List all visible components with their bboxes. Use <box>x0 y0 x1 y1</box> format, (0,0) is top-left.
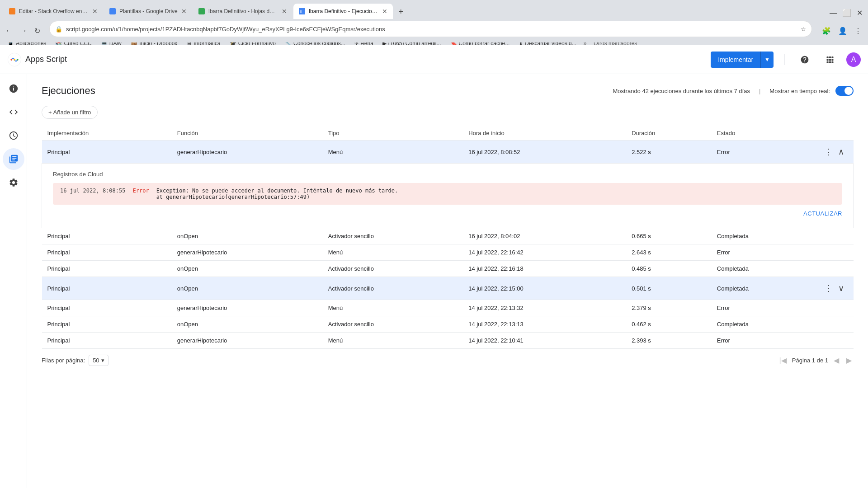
row-more-button-1[interactable]: ⋮ <box>823 145 835 159</box>
main-layout: Ejecuciones Mostrando 42 ejecuciones dur… <box>0 74 868 488</box>
more-button[interactable]: ⋮ <box>852 25 864 37</box>
cell-impl-2: Principal <box>42 228 172 244</box>
cell-impl-5: Principal <box>42 277 172 300</box>
star-icon[interactable]: ☆ <box>801 26 806 33</box>
sidebar-item-info[interactable] <box>3 78 24 99</box>
cell-status-4: Completada <box>712 261 817 277</box>
tab-title-2: Plantillas - Google Drive <box>119 8 178 14</box>
table-row[interactable]: Principal onOpen Activador sencillo 14 j… <box>42 261 854 277</box>
cell-time-5: 14 jul 2022, 22:15:00 <box>463 277 626 300</box>
address-bar[interactable]: 🔒 script.google.com/u/1/home/projects/1P… <box>49 21 812 37</box>
realtime-toggle[interactable] <box>835 86 854 96</box>
profile-button[interactable]: 👤 <box>835 25 850 37</box>
tab-favicon-3 <box>198 8 205 14</box>
cell-func-5: onOpen <box>172 277 323 300</box>
cell-func-8: generarHipotecario <box>172 333 323 349</box>
cell-time-1: 16 jul 2022, 8:08:52 <box>463 141 626 164</box>
close-button[interactable]: ✕ <box>855 7 864 19</box>
cell-type-6: Menú <box>323 300 463 316</box>
cell-actions-7 <box>817 316 854 333</box>
forward-button[interactable]: → <box>18 25 29 37</box>
col-actions-header <box>817 126 854 141</box>
rows-select-arrow: ▾ <box>101 357 104 364</box>
tab-close-2[interactable]: ✕ <box>181 8 187 15</box>
tab-1[interactable]: Editar - Stack Overflow en espa... ✕ <box>4 4 103 19</box>
tab-4[interactable]: S Ibarra Definitivo - Ejecuciones de... … <box>293 4 393 19</box>
sidebar-item-triggers[interactable] <box>3 125 24 146</box>
col-type: Tipo <box>323 126 463 141</box>
cell-actions-6 <box>817 300 854 316</box>
cell-status-3: Error <box>712 244 817 261</box>
row-collapse-button-1[interactable]: ∧ <box>836 145 846 159</box>
svg-text:S: S <box>299 9 302 14</box>
first-page-button[interactable]: |◀ <box>778 354 788 366</box>
rows-per-page-select[interactable]: 50 ▾ <box>89 355 108 366</box>
sidebar-item-settings[interactable] <box>3 172 24 193</box>
cell-time-2: 16 jul 2022, 8:04:02 <box>463 228 626 244</box>
rows-per-page: Filas por página: 50 ▾ <box>42 355 108 366</box>
prev-page-button[interactable]: ◀ <box>832 354 841 366</box>
cell-duration-7: 0.462 s <box>626 316 712 333</box>
cell-impl-3: Principal <box>42 244 172 261</box>
table-row[interactable]: Principal generarHipotecario Menú 14 jul… <box>42 300 854 316</box>
filter-bar: + Añade un filtro <box>42 106 854 119</box>
tab-close-3[interactable]: ✕ <box>282 8 287 15</box>
next-page-button[interactable]: ▶ <box>844 354 854 366</box>
table-row[interactable]: Principal generarHipotecario Menú 14 jul… <box>42 333 854 349</box>
add-filter-button[interactable]: + Añade un filtro <box>42 106 98 119</box>
extensions-button[interactable]: 🧩 <box>819 25 834 37</box>
table-header-row: Implementación Función Tipo Hora de inic… <box>42 126 854 141</box>
table-row[interactable]: Principal onOpen Activador sencillo 14 j… <box>42 316 854 333</box>
header-divider: | <box>759 88 760 94</box>
deploy-arrow-button[interactable]: ▼ <box>760 52 774 68</box>
tab-close-4[interactable]: ✕ <box>382 8 387 15</box>
tab-favicon-4: S <box>299 8 305 14</box>
col-time: Hora de inicio <box>463 126 626 141</box>
table-row[interactable]: Principal onOpen Activador sencillo 14 j… <box>42 277 854 300</box>
table-row[interactable]: Principal onOpen Activador sencillo 16 j… <box>42 228 854 244</box>
google-apps-button[interactable] <box>821 51 839 69</box>
cell-impl-8: Principal <box>42 333 172 349</box>
svg-point-4 <box>10 59 12 61</box>
cloud-logs-title: Registros de Cloud <box>53 171 842 178</box>
cell-status-5: Completada <box>712 277 817 300</box>
reload-button[interactable]: ↻ <box>33 25 42 37</box>
cell-type-4: Activador sencillo <box>323 261 463 277</box>
rows-per-page-value: 50 <box>93 357 99 364</box>
cell-duration-1: 2.522 s <box>626 141 712 164</box>
cell-type-7: Activador sencillo <box>323 316 463 333</box>
tab-3[interactable]: Ibarra Definitivo - Hojas de cálc... ✕ <box>193 4 292 19</box>
restore-button[interactable]: ⬜ <box>840 7 853 19</box>
tab-favicon-2 <box>109 8 116 14</box>
cell-func-2: onOpen <box>172 228 323 244</box>
cell-duration-4: 0.485 s <box>626 261 712 277</box>
minimize-button[interactable]: — <box>828 7 839 19</box>
apps-script-logo <box>7 52 22 67</box>
cell-actions-4 <box>817 261 854 277</box>
cell-status-6: Error <box>712 300 817 316</box>
detail-footer: ACTUALIZAR <box>53 210 842 217</box>
expanded-detail-row: Registros de Cloud 16 jul 2022, 8:08:55 … <box>42 164 854 228</box>
cell-func-1: generarHipotecario <box>172 141 323 164</box>
sidebar-item-editor[interactable] <box>3 101 24 123</box>
tab-title-4: Ibarra Definitivo - Ejecuciones de... <box>309 8 378 14</box>
row-expand-button-5[interactable]: ∨ <box>836 282 846 295</box>
table-row[interactable]: Principal generarHipotecario Menú 14 jul… <box>42 244 854 261</box>
row-more-button-5[interactable]: ⋮ <box>823 282 835 295</box>
help-button[interactable] <box>796 51 814 69</box>
svg-point-5 <box>17 59 19 61</box>
table-row[interactable]: Principal generarHipotecario Menú 16 jul… <box>42 141 854 164</box>
deploy-button-group: Implementar ▼ <box>711 52 774 68</box>
update-button[interactable]: ACTUALIZAR <box>803 210 842 217</box>
back-button[interactable]: ← <box>4 25 14 37</box>
row-actions-5: ⋮ ∨ <box>823 282 848 295</box>
tab-close-1[interactable]: ✕ <box>92 8 98 15</box>
app-logo: Apps Script <box>7 52 67 67</box>
cell-status-2: Completada <box>712 228 817 244</box>
deploy-button[interactable]: Implementar <box>711 52 760 68</box>
sidebar-item-executions[interactable] <box>3 148 24 170</box>
tab-2[interactable]: Plantillas - Google Drive ✕ <box>104 4 192 19</box>
user-avatar[interactable]: A <box>846 52 861 67</box>
executions-table: Implementación Función Tipo Hora de inic… <box>42 126 854 349</box>
new-tab-button[interactable]: + <box>394 5 408 19</box>
